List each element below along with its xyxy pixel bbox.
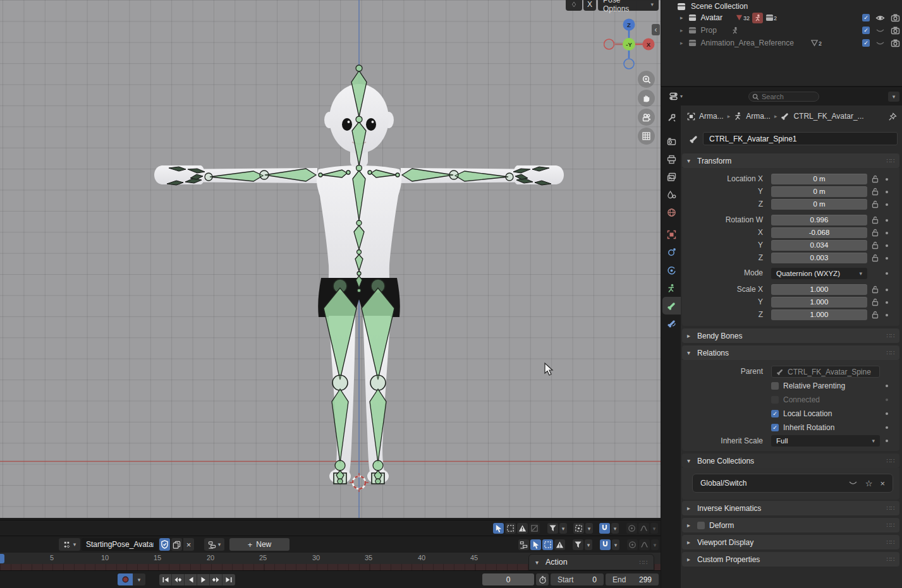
custom-properties-panel-header[interactable]: ▸ Custom Properties ∷∷	[682, 552, 899, 567]
filter-icon[interactable]	[547, 523, 558, 534]
inherit-scale-dropdown[interactable]: Full▾	[771, 435, 880, 447]
animate-dot[interactable]	[886, 178, 888, 181]
outliner-prop-row[interactable]: ▸ Prop ✓	[661, 24, 902, 37]
playhead-marker[interactable]	[0, 554, 4, 563]
outliner-animation-area-row[interactable]: ▸ Animation_Area_Reference 2 ✓	[661, 37, 902, 49]
relative-parenting-checkbox[interactable]	[771, 382, 779, 390]
bone-collections-panel-header[interactable]: ▾ Bone Collections ∷∷	[682, 453, 899, 468]
tab-object[interactable]	[664, 227, 679, 242]
tab-object-data-armature[interactable]	[664, 280, 679, 296]
tab-modifiers[interactable]	[664, 244, 679, 260]
panel-grip[interactable]: ∷∷	[886, 539, 894, 546]
exclude-checkbox[interactable]: ✓	[862, 27, 870, 34]
panel-grip[interactable]: ∷∷	[886, 522, 894, 529]
unlink-action-icon[interactable]: ×	[183, 538, 194, 551]
tab-bone-constraints[interactable]	[664, 316, 679, 331]
expand-arrow-icon[interactable]: ▸	[680, 40, 683, 46]
tab-world[interactable]	[664, 205, 679, 220]
fake-user-shield-icon[interactable]	[159, 538, 170, 551]
animate-dot[interactable]	[886, 289, 888, 291]
proportional-falloff-icon[interactable]	[627, 539, 638, 550]
animate-dot[interactable]	[886, 203, 888, 206]
animate-dot[interactable]	[886, 191, 888, 193]
camera-render-icon[interactable]	[891, 39, 900, 47]
options-dropdown-icon[interactable]: ▾	[888, 92, 899, 102]
remove-icon[interactable]: ×	[880, 479, 885, 488]
exclude-checkbox[interactable]: ✓	[862, 14, 870, 21]
animate-dot[interactable]	[886, 272, 888, 275]
rotation-mode-dropdown[interactable]: Quaternion (WXYZ)▾	[771, 268, 867, 279]
snap-dropdown-icon[interactable]: ▾	[612, 539, 619, 550]
inherit-rotation-checkbox[interactable]: ✓	[771, 424, 779, 431]
falloff-dropdown-icon[interactable]: ▾	[651, 539, 659, 550]
tab-physics[interactable]	[664, 263, 679, 278]
snap-magnet-icon[interactable]	[600, 539, 611, 550]
animate-dot[interactable]	[886, 257, 888, 260]
animate-dot[interactable]	[886, 426, 888, 429]
warning-icon[interactable]	[517, 523, 528, 534]
falloff-dropdown-icon[interactable]: ▾	[650, 523, 658, 534]
transform-panel-header[interactable]: ▾ Transform ∷∷	[682, 153, 899, 168]
panel-grip[interactable]: ∷∷	[886, 349, 894, 356]
use-preview-range-button[interactable]	[536, 573, 549, 585]
lock-icon[interactable]	[872, 254, 879, 262]
jump-to-end-button[interactable]	[222, 574, 235, 585]
panel-grip[interactable]: ∷∷	[639, 559, 647, 566]
box-select-icon[interactable]	[542, 539, 553, 550]
panel-grip[interactable]: ∷∷	[886, 332, 894, 339]
scale-y-field[interactable]: 1.000	[771, 297, 867, 308]
previous-keyframe-button[interactable]	[172, 574, 185, 585]
auto-keying-record-button[interactable]	[118, 573, 133, 585]
filter-icon[interactable]	[573, 539, 583, 550]
channel-layers-icon[interactable]	[518, 539, 529, 550]
outliner-scene-collection-row[interactable]: Scene Collection	[661, 0, 902, 13]
location-x-field[interactable]: 0 m	[771, 174, 867, 184]
graph-overlay-icon[interactable]	[529, 523, 540, 534]
relative-parenting-row[interactable]: Relative Parenting	[771, 381, 845, 390]
viewport-3d[interactable]: X Pose Options ▾ Z -Y X	[0, 0, 661, 518]
dopesheet-mode-dropdown[interactable]: ▾	[204, 538, 224, 551]
frame-end-field[interactable]: End 299	[606, 573, 659, 585]
jump-to-start-button[interactable]	[159, 574, 172, 585]
deform-panel-header[interactable]: ▸ Deform ∷∷	[682, 518, 899, 532]
lock-icon[interactable]	[872, 298, 879, 306]
rotation-w-field[interactable]: 0.996	[771, 215, 867, 225]
lock-icon[interactable]	[872, 200, 879, 208]
relations-panel-header[interactable]: ▾ Relations ∷∷	[682, 345, 899, 360]
expand-arrow-icon[interactable]: ▸	[680, 27, 683, 33]
inverse-kinematics-panel-header[interactable]: ▸ Inverse Kinematics ∷∷	[682, 501, 899, 515]
camera-view-button[interactable]	[638, 109, 655, 126]
tweak-tool-icon[interactable]	[493, 523, 504, 534]
animate-dot[interactable]	[886, 232, 888, 234]
pivot-point-icon[interactable]	[573, 523, 584, 534]
orthographic-grid-button[interactable]	[638, 128, 655, 145]
falloff-curve-icon[interactable]	[639, 539, 650, 550]
panel-grip[interactable]: ∷∷	[886, 505, 894, 512]
expand-arrow-icon[interactable]: ▸	[680, 15, 683, 21]
animate-dot[interactable]	[886, 440, 888, 442]
action-panel[interactable]: ▾ Action ∷∷	[528, 554, 654, 570]
editor-type-dropdown[interactable]: ▾	[669, 92, 683, 101]
navigation-gizmo[interactable]: Z -Y X	[604, 18, 657, 71]
breadcrumb-bone[interactable]: CTRL_FK_Avatar_...	[793, 112, 863, 121]
box-select-icon[interactable]	[505, 523, 516, 534]
parent-field[interactable]: CTRL_FK_Avatar_Spine	[771, 366, 880, 378]
outliner-avatar-row[interactable]: ▸ Avatar 32 2 ✓	[661, 11, 902, 24]
animate-dot[interactable]	[886, 244, 888, 247]
keying-dropdown-icon[interactable]: ▾	[133, 573, 145, 585]
frame-start-field[interactable]: Start 0	[551, 573, 604, 585]
current-frame-field[interactable]: 0	[482, 573, 534, 585]
pivot-dropdown-icon[interactable]: ▾	[585, 523, 593, 534]
breadcrumb-object[interactable]: Arma...	[699, 112, 724, 121]
warning-icon[interactable]	[554, 539, 565, 550]
viewport-display-panel-header[interactable]: ▸ Viewport Display ∷∷	[682, 535, 899, 549]
proportional-editing-icon[interactable]	[566, 0, 582, 11]
snap-magnet-icon[interactable]	[599, 523, 610, 534]
pin-icon[interactable]	[888, 112, 897, 121]
snap-dropdown-icon[interactable]: ▾	[611, 523, 619, 534]
pan-hand-button[interactable]	[638, 90, 655, 107]
tweak-tool-icon[interactable]	[530, 539, 541, 550]
breadcrumb-armature[interactable]: Arma...	[746, 112, 771, 121]
animate-dot[interactable]	[886, 385, 888, 387]
camera-render-icon[interactable]	[891, 13, 900, 22]
